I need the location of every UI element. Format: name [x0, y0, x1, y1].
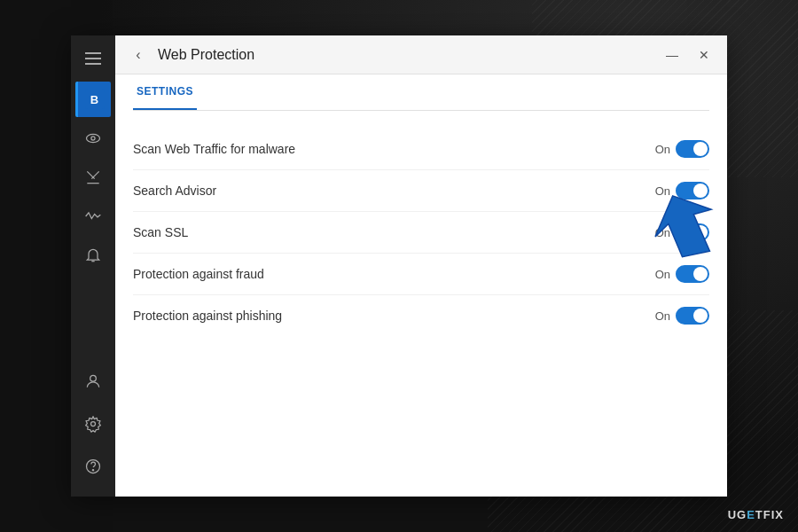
svg-point-1 [91, 137, 95, 140]
svg-point-7 [91, 422, 96, 426]
sidebar-item-activity[interactable] [75, 199, 111, 234]
toggle-protection-fraud[interactable] [676, 265, 709, 283]
back-button[interactable]: ‹ [126, 43, 151, 67]
tab-bar: SETTINGS [133, 74, 709, 111]
svg-point-6 [90, 375, 97, 381]
svg-point-0 [87, 134, 100, 142]
sidebar-item-account[interactable] [75, 364, 111, 399]
toggle-search-advisor[interactable] [676, 182, 709, 200]
watermark: UGETFIX [728, 508, 784, 521]
tab-settings[interactable]: SETTINGS [133, 74, 197, 110]
close-button[interactable]: ✕ [692, 43, 716, 67]
main-content: ‹ Web Protection — ✕ SETTINGS Scan Web T… [115, 35, 727, 497]
bell-icon [84, 246, 102, 264]
setting-row-scan-ssl: Scan SSL On [133, 212, 709, 254]
hamburger-menu[interactable] [75, 43, 111, 74]
setting-row-search-advisor: Search Advisor On [133, 170, 709, 212]
toggle-status-search-advisor: On [655, 184, 670, 198]
settings-list: Scan Web Traffic for malware On Search A… [133, 129, 709, 336]
toggle-container-scan-web-traffic: On [655, 140, 709, 158]
toggle-container-search-advisor: On [655, 182, 709, 200]
sidebar-item-tools[interactable] [75, 160, 111, 195]
app-window: B [71, 35, 727, 497]
settings-panel: SETTINGS Scan Web Traffic for malware On [115, 74, 727, 497]
setting-label-protection-phishing: Protection against phishing [133, 309, 282, 323]
svg-point-9 [92, 470, 93, 471]
toggle-scan-web-traffic[interactable] [676, 140, 709, 158]
b-icon: B [85, 90, 105, 109]
setting-row-protection-phishing: Protection against phishing On [133, 295, 709, 336]
toggle-status-scan-web-traffic: On [655, 143, 670, 156]
setting-label-search-advisor: Search Advisor [133, 184, 216, 198]
sidebar: B [71, 35, 115, 497]
svg-line-3 [91, 171, 98, 178]
window-title: Web Protection [158, 47, 660, 63]
minimize-button[interactable]: — [660, 43, 685, 67]
toggle-status-protection-fraud: On [655, 268, 670, 281]
tools-icon [84, 168, 102, 186]
setting-label-scan-ssl: Scan SSL [133, 225, 188, 239]
help-icon [84, 458, 102, 475]
sidebar-bottom [75, 364, 111, 497]
sidebar-item-notifications[interactable] [75, 238, 111, 273]
setting-label-scan-web-traffic: Scan Web Traffic for malware [133, 142, 295, 156]
toggle-status-scan-ssl: On [655, 226, 670, 239]
eye-icon [84, 129, 102, 147]
sidebar-item-protection[interactable]: B [75, 82, 111, 117]
sidebar-item-help[interactable] [75, 449, 111, 484]
toggle-status-protection-phishing: On [655, 309, 670, 323]
activity-icon [84, 207, 102, 225]
toggle-container-scan-ssl: On [655, 223, 709, 241]
watermark-highlight: E [747, 508, 755, 521]
toggle-container-protection-phishing: On [655, 307, 709, 325]
user-icon [84, 372, 102, 390]
sidebar-item-settings[interactable] [75, 406, 111, 442]
toggle-protection-phishing[interactable] [676, 307, 709, 325]
setting-row-protection-fraud: Protection against fraud On [133, 254, 709, 295]
toggle-scan-ssl[interactable] [676, 223, 709, 241]
title-bar: ‹ Web Protection — ✕ [115, 35, 727, 74]
setting-row-scan-web-traffic: Scan Web Traffic for malware On [133, 129, 709, 170]
window-controls: — ✕ [660, 43, 716, 67]
toggle-container-protection-fraud: On [655, 265, 709, 283]
setting-label-protection-fraud: Protection against fraud [133, 267, 264, 281]
sidebar-item-monitor[interactable] [75, 121, 111, 156]
gear-icon [84, 415, 102, 433]
